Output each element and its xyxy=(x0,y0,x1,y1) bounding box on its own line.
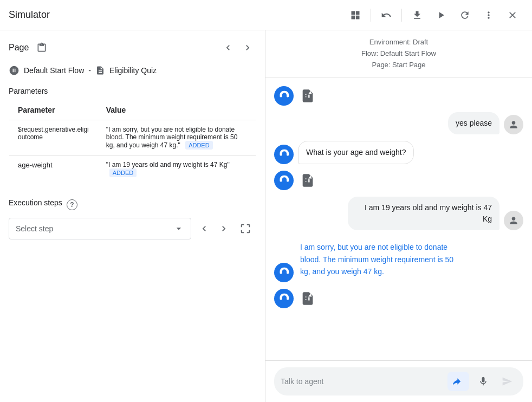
headset-icon-2 xyxy=(278,149,289,160)
breadcrumb: Default Start Flow - Eligibility Quiz xyxy=(9,65,256,76)
doc-icon-3 xyxy=(298,289,317,308)
param-name-1: $request.generative.eligioutcome xyxy=(9,120,98,155)
step-nav-controls xyxy=(196,218,256,239)
step-next-button[interactable] xyxy=(215,220,232,237)
page-line: Page: Start Page xyxy=(274,60,523,71)
left-panel: Page xyxy=(0,30,265,402)
close-button[interactable] xyxy=(502,4,523,26)
document-info-icon-2 xyxy=(300,173,315,188)
page-name: Eligibility Quiz xyxy=(109,66,157,75)
undo-button[interactable] xyxy=(375,4,397,26)
execution-header: Execution steps ? xyxy=(9,198,256,211)
execution-section: Execution steps ? Select step xyxy=(9,198,256,239)
agent-avatar-1 xyxy=(274,86,294,106)
execution-label: Execution steps xyxy=(9,198,62,207)
chat-input-area xyxy=(265,360,532,402)
document-info-icon-3 xyxy=(300,291,315,306)
download-icon xyxy=(412,10,423,21)
title-bar-left: Simulator xyxy=(9,9,50,21)
table-row: $request.generative.eligioutcome "I am s… xyxy=(9,120,256,155)
play-icon xyxy=(436,10,446,21)
step-prev-icon xyxy=(199,223,210,234)
submit-icon xyxy=(453,376,464,387)
step-select[interactable]: Select step xyxy=(9,218,191,239)
title-bar: Simulator xyxy=(0,0,532,30)
more-button[interactable] xyxy=(478,4,499,26)
agent-avatar-4 xyxy=(274,289,294,308)
user-avatar-2 xyxy=(504,211,523,230)
chat-input[interactable] xyxy=(281,377,443,386)
param-name-2: age-weight xyxy=(9,155,98,183)
agent-avatar-3 xyxy=(274,171,294,190)
col-header-value: Value xyxy=(98,100,256,120)
step-select-placeholder: Select step xyxy=(16,224,53,233)
person-icon-1 xyxy=(508,119,519,130)
divider-2 xyxy=(401,9,402,22)
next-button[interactable] xyxy=(239,39,256,56)
undo-icon xyxy=(381,10,392,21)
msg-bubble-agent-ai: I am sorry, but you are not eligible to … xyxy=(298,237,460,282)
clipboard-icon xyxy=(36,42,47,53)
step-prev-button[interactable] xyxy=(196,220,213,237)
step-next-icon xyxy=(218,223,229,234)
env-line: Environment: Draft xyxy=(274,37,523,48)
refresh-button[interactable] xyxy=(454,4,476,26)
params-header: Parameters xyxy=(9,87,256,95)
focus-button[interactable] xyxy=(235,218,256,239)
send-icon xyxy=(502,376,512,387)
step-controls: Select step xyxy=(9,218,256,239)
sparkle-icon: ✦ xyxy=(291,261,296,268)
headset-icon-1 xyxy=(278,90,289,101)
table-row: age-weight "I am 19 years old and my wei… xyxy=(9,155,256,183)
headset-icon-4 xyxy=(278,293,289,304)
agent-avatar-ai: ✦ xyxy=(274,263,294,282)
msg-bubble-user-1: yes please xyxy=(448,112,499,134)
download-button[interactable] xyxy=(406,4,428,26)
person-icon-2 xyxy=(508,215,519,226)
params-label: Parameters xyxy=(9,87,48,95)
added-badge-1: ADDED xyxy=(185,141,213,150)
page-section: Page xyxy=(9,39,256,56)
flow-name: Default Start Flow xyxy=(24,66,84,75)
doc-icon-2 xyxy=(298,171,317,190)
param-value-1: "I am sorry, but you are not eligible to… xyxy=(98,120,256,155)
user-avatar-1 xyxy=(504,115,523,134)
clipboard-button[interactable] xyxy=(33,39,50,56)
main-layout: Page xyxy=(0,30,532,402)
message-3: What is your age and weight? xyxy=(274,141,523,164)
prev-button[interactable] xyxy=(219,39,237,56)
play-button[interactable] xyxy=(430,4,452,26)
message-7 xyxy=(274,289,523,308)
right-panel: Environment: Draft Flow: Default Start F… xyxy=(265,30,532,402)
send-button[interactable] xyxy=(497,372,517,391)
page-doc-icon xyxy=(95,66,105,75)
mic-button[interactable] xyxy=(473,372,493,391)
message-6: ✦ I am sorry, but you are not eligible t… xyxy=(274,237,523,282)
headset-icon-ai xyxy=(278,267,289,278)
chat-messages: yes please What is your age and weight? xyxy=(265,77,532,360)
refresh-icon xyxy=(459,10,470,21)
message-5: I am 19 years old and my weight is 47 Kg xyxy=(274,197,523,230)
params-table: Parameter Value $request.generative.elig… xyxy=(9,100,256,183)
nav-arrows xyxy=(219,39,256,56)
message-2: yes please xyxy=(274,112,523,134)
more-icon xyxy=(483,10,494,21)
chat-input-row xyxy=(274,367,523,395)
grid-icon-button[interactable] xyxy=(345,4,366,26)
grid-icon xyxy=(350,10,361,21)
added-badge-2: ADDED xyxy=(109,168,137,177)
flow-icon xyxy=(9,65,20,76)
agent-avatar-2 xyxy=(274,145,294,164)
breadcrumb-separator: - xyxy=(88,66,91,75)
params-section: Parameters Parameter Value $request.gene… xyxy=(9,87,256,183)
close-icon xyxy=(507,10,518,21)
help-icon[interactable]: ? xyxy=(67,199,77,210)
headset-icon-3 xyxy=(278,175,289,186)
col-header-param: Parameter xyxy=(9,100,98,120)
message-1 xyxy=(274,86,523,106)
focus-icon xyxy=(239,223,251,235)
chevron-left-icon xyxy=(223,42,233,53)
submit-button[interactable] xyxy=(447,372,469,391)
param-value-2: "I am 19 years old and my weight is 47 K… xyxy=(98,155,256,183)
msg-bubble-user-2: I am 19 years old and my weight is 47 Kg xyxy=(348,197,499,230)
